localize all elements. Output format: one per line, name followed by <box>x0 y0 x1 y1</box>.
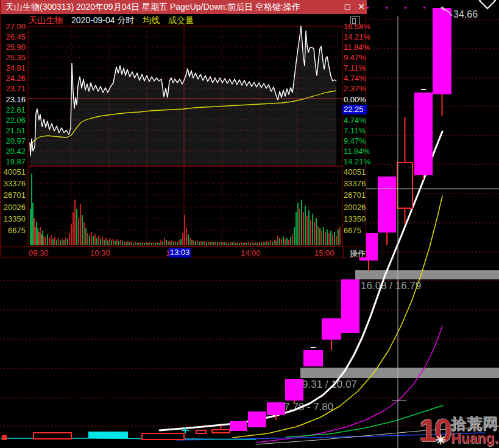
volume-axis-left-label: 26701 <box>4 191 26 199</box>
price-area-fill <box>30 26 336 166</box>
time-label: 14:00 <box>241 248 261 257</box>
volume-axis-left-label: 6675 <box>8 226 26 234</box>
candle[interactable] <box>34 433 71 439</box>
price-axis-left-label: 25.90 <box>5 43 26 51</box>
logo-number: 10 ✳ <box>419 415 450 448</box>
stock-app-window: 34.6616.08 / 16.799.31 / 10.077.78 - 7.8… <box>0 0 499 448</box>
candle[interactable] <box>2 435 7 440</box>
pct-axis-right-label: 16.58% <box>344 23 370 30</box>
intraday-popup-window: 天山生物(300313) 2020年09月04日 星期五 PageUp/Down… <box>0 0 366 257</box>
price-axis-left-label: 23.71 <box>5 85 26 93</box>
volume-axis-left-label: 40051 <box>4 168 26 176</box>
price-axis-left-label: 21.51 <box>5 127 26 135</box>
price-axis-left-label: 19.87 <box>5 158 26 166</box>
price-axis-left-label: 27.00 <box>5 23 26 30</box>
volume-axis-right-label: 6675 <box>344 226 361 234</box>
pct-axis-right-label: 14.21% <box>344 33 370 41</box>
volume-bars <box>30 173 341 245</box>
pct-axis-right-label: 11.84% <box>344 43 370 51</box>
candle[interactable] <box>378 177 396 245</box>
time-label: 15:00 <box>314 248 334 257</box>
gear-icon: ✳ <box>436 425 446 448</box>
pct-axis-right-label: 2.37% <box>344 85 366 93</box>
price-axis-left-label: 24.81 <box>5 64 26 72</box>
price-axis-left-label: 20.42 <box>5 147 26 155</box>
pct-axis-right-label: 0.00% <box>344 96 366 103</box>
pct-axis-right-label: 7.11% <box>344 64 366 72</box>
watermark-logo: 10 ✳ 拾荒网 Huang.CN <box>419 415 499 448</box>
diamond-marker <box>480 0 495 9</box>
volume-axis-left-label: 33376 <box>4 180 26 187</box>
volume-axis-left-label: 20026 <box>4 203 26 211</box>
candle[interactable] <box>397 117 412 224</box>
pct-axis-right-label: 9.47% <box>344 54 366 61</box>
time-cursor-badge: 13:03 <box>169 248 191 257</box>
volume-axis-right-label: 26701 <box>344 191 366 199</box>
pct-axis-right-label: 14.21% <box>344 158 370 166</box>
candle[interactable] <box>322 318 341 350</box>
candle[interactable] <box>433 8 451 116</box>
candle[interactable] <box>414 89 433 180</box>
intraday-chart[interactable] <box>1 0 367 257</box>
price-axis-left-label: 22.61 <box>5 106 26 114</box>
candle[interactable] <box>230 421 247 431</box>
pct-axis-right-label: 7.11% <box>344 127 366 135</box>
pct-axis-right-label: 11.84% <box>344 147 370 155</box>
price-axis-left-label: 24.26 <box>5 74 26 82</box>
price-axis-left-label: 25.35 <box>5 54 26 61</box>
pct-axis-right-label: 9.47% <box>344 137 366 145</box>
candle[interactable] <box>212 425 230 433</box>
logo-site-name: 拾荒网 <box>451 415 499 431</box>
cursor-price-badge: 22.25 <box>342 105 367 114</box>
volume-axis-left-label: 13350 <box>4 215 26 223</box>
svg-text:34.66: 34.66 <box>453 9 478 19</box>
price-axis-left-label: 23.16 <box>5 96 26 103</box>
volume-axis-right-label: 40051 <box>344 168 366 176</box>
time-axis: 09:3010:30114:0015:00 13:03 操作 <box>1 247 367 257</box>
candle[interactable] <box>248 411 266 427</box>
volume-axis-right-label: 13350 <box>344 215 366 223</box>
svg-text:16.08 / 16.79: 16.08 / 16.79 <box>361 280 421 292</box>
candle[interactable] <box>303 348 323 366</box>
price-axis-left-label: 22.06 <box>5 116 26 124</box>
candle[interactable] <box>196 430 206 433</box>
time-label: 09:30 <box>29 248 49 257</box>
volume-axis-right-label: 33376 <box>344 180 366 187</box>
pct-axis-right-label: 4.74% <box>344 74 366 82</box>
candle[interactable] <box>88 432 128 438</box>
candle[interactable] <box>341 279 359 333</box>
pct-axis-right-label: 4.74% <box>344 116 366 124</box>
price-axis-left-label: 20.97 <box>5 137 26 145</box>
time-label: 10:30 <box>90 248 110 257</box>
logo-domain: Huang.CN <box>451 431 499 446</box>
volume-axis-right-label: 20026 <box>344 203 366 211</box>
price-axis-left-label: 26.45 <box>5 33 26 41</box>
action-menu[interactable]: 操作 <box>343 248 366 258</box>
candle[interactable] <box>142 433 184 439</box>
candle[interactable] <box>285 379 303 404</box>
